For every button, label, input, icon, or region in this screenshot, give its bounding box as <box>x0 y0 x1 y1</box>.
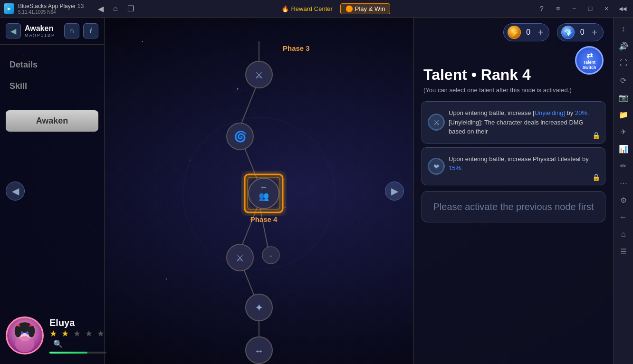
sidebar-apps-icon[interactable]: ☰ <box>616 244 631 259</box>
game-area: ◀ Awaken МАЯР11ВР ⌂ i Details Skill Awak… <box>0 18 613 364</box>
sidebar-edit-icon[interactable]: ✏ <box>616 158 631 173</box>
phase3-label: Phase 3 <box>283 44 310 52</box>
talent-card-2-icon: ❤ <box>428 158 445 175</box>
svg-text:Phase 4: Phase 4 <box>250 215 278 223</box>
app-title: Awaken <box>25 24 60 33</box>
play-win-label: Play & Win <box>355 5 385 12</box>
home-btn[interactable]: ⌂ <box>64 23 79 38</box>
nav-windows-btn[interactable]: ❐ <box>125 3 137 14</box>
app-header: ◀ Awaken МАЯР11ВР ⌂ i <box>0 18 104 45</box>
close-btn[interactable]: × <box>600 2 613 15</box>
play-win-btn[interactable]: 🟠 Play & Win <box>340 3 391 14</box>
titlebar-right: ? ≡ − □ × ◀◀ <box>535 2 633 15</box>
minimize-btn[interactable]: − <box>567 2 581 15</box>
reward-center-label: Reward Center <box>291 5 332 12</box>
talent-card-2-lock-icon: 🔒 <box>592 173 600 181</box>
currency-item-1: ⚡ 0 + <box>503 23 550 41</box>
sidebar-back-icon[interactable]: ← <box>616 210 631 225</box>
currency-bar: ⚡ 0 + 💎 <box>414 18 613 47</box>
star2: ★ <box>61 329 70 338</box>
titlebar-center: 🔥 Reward Center 🟠 Play & Win <box>281 3 390 14</box>
activate-btn[interactable]: Please activate the previous node first <box>422 191 605 222</box>
svg-text:❤: ❤ <box>433 162 440 170</box>
svg-text:💎: 💎 <box>564 29 573 37</box>
sidebar-macro-icon[interactable]: 📊 <box>616 141 631 156</box>
awaken-btn-container: Awaken <box>0 106 104 135</box>
talent-switch-icon: ⇄ <box>586 51 593 60</box>
currency-add-2[interactable]: + <box>592 27 597 38</box>
sidebar-toggle-btn[interactable]: ◀◀ <box>616 2 629 15</box>
currency-icon-yellow: ⚡ <box>508 26 521 39</box>
nav-back-btn[interactable]: ◀ <box>95 3 106 14</box>
svg-point-12 <box>15 336 35 352</box>
info-panel: ⚡ 0 + 💎 <box>413 18 613 364</box>
svg-text:✦: ✦ <box>255 302 263 314</box>
maximize-btn[interactable]: □ <box>584 2 597 15</box>
sidebar-home-icon[interactable]: ⌂ <box>616 227 631 242</box>
bluestacks-logo: ▶ <box>4 3 14 14</box>
sidebar-sound-icon[interactable]: 🔊 <box>616 38 631 54</box>
talent-card-1-highlight1: Unyielding] <box>535 109 565 116</box>
svg-text:•: • <box>270 253 272 260</box>
left-nav: Details Skill <box>0 45 104 106</box>
star1: ★ <box>49 329 58 338</box>
nav-home-btn[interactable]: ⌂ <box>110 3 121 14</box>
talent-card-2[interactable]: ❤ Upon entering battle, increase Physica… <box>422 147 605 185</box>
app-subtitle: МАЯР11ВР <box>25 33 60 38</box>
svg-text:🌀: 🌀 <box>234 130 247 143</box>
app-name-version: BlueStacks App Player 13 5.11.41.1005 N6… <box>18 3 84 15</box>
sidebar-resize-icon[interactable]: ↕ <box>616 21 631 37</box>
svg-point-15 <box>28 325 35 337</box>
talent-card-1-icon: ⚔ <box>428 114 445 131</box>
svg-point-17 <box>26 331 29 334</box>
character-avatar <box>6 316 44 354</box>
talent-rank-text: Talent • Rank 4 <box>423 66 604 84</box>
svg-line-26 <box>259 203 269 250</box>
svg-text:⚔: ⚔ <box>433 118 440 126</box>
back-btn[interactable]: ◀ <box>6 23 21 38</box>
talent-switch-btn[interactable]: ⇄ TalentSwitch <box>575 46 604 75</box>
sidebar-folder-icon[interactable]: 📁 <box>616 107 631 122</box>
next-nav-btn[interactable]: ▶ <box>385 182 404 201</box>
talent-card-2-highlight: 15%. <box>449 164 463 172</box>
currency-add-1[interactable]: + <box>538 27 544 38</box>
reward-center-icon: 🔥 <box>281 5 289 12</box>
nav-skill[interactable]: Skill <box>6 76 98 97</box>
prev-nav-btn[interactable]: ◀ <box>6 182 25 201</box>
app-name: BlueStacks App Player 13 <box>18 3 84 10</box>
reward-center-btn[interactable]: 🔥 Reward Center <box>281 5 332 12</box>
star3: ★ <box>73 329 82 338</box>
sidebar-camera-icon[interactable]: 📷 <box>616 90 631 105</box>
svg-text:⚔: ⚔ <box>255 70 263 80</box>
talent-subtitle: (You can select one talent after this no… <box>423 86 604 94</box>
star-rating: ★ ★ ★ ★ ★ 🔍 <box>49 328 106 349</box>
svg-point-16 <box>21 331 24 334</box>
talent-switch-label: TalentSwitch <box>582 60 596 70</box>
svg-text:⚔: ⚔ <box>236 253 244 263</box>
sidebar-replay-icon[interactable]: ⟳ <box>616 73 631 88</box>
sidebar-settings-icon[interactable]: ⚙ <box>616 192 631 208</box>
currency-amount-2: 0 <box>577 28 587 37</box>
svg-text:⚡: ⚡ <box>510 29 518 37</box>
awaken-btn[interactable]: Awaken <box>6 110 98 132</box>
svg-text:↔: ↔ <box>254 345 264 356</box>
sidebar-airplane-icon[interactable]: ✈ <box>616 124 631 139</box>
sidebar-fullscreen-icon[interactable]: ⛶ <box>616 56 631 71</box>
talent-card-1-lock-icon: 🔒 <box>592 132 600 139</box>
currency-item-2: 💎 0 + <box>557 23 604 41</box>
star5: ★ <box>97 329 106 338</box>
svg-text:👥: 👥 <box>259 191 269 201</box>
talent-card-1[interactable]: ⚔ Upon entering battle, increase [Unyiel… <box>422 101 605 144</box>
nav-details[interactable]: Details <box>6 54 98 76</box>
char-name: Eluya <box>49 317 106 328</box>
char-info: Eluya ★ ★ ★ ★ ★ 🔍 <box>49 317 106 354</box>
search-char-btn[interactable]: 🔍 <box>53 340 64 348</box>
svg-point-14 <box>15 325 22 337</box>
talent-card-1-highlight2: 20%. <box>575 109 589 116</box>
titlebar: ▶ BlueStacks App Player 13 5.11.41.1005 … <box>0 0 633 18</box>
sidebar-more-icon[interactable]: ⋯ <box>616 175 631 191</box>
menu-btn[interactable]: ≡ <box>551 2 565 15</box>
right-sidebar: ↕ 🔊 ⛶ ⟳ 📷 📁 ✈ 📊 ✏ ⋯ ⚙ ← ⌂ ☰ <box>613 18 633 364</box>
help-btn[interactable]: ? <box>535 2 548 15</box>
info-btn[interactable]: i <box>83 23 98 38</box>
